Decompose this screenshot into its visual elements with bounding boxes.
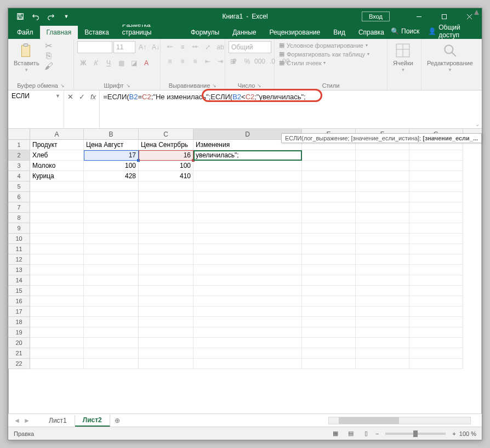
zoom-level[interactable]: 100 % [459,430,476,437]
cell[interactable] [139,244,193,254]
cell[interactable] [356,223,409,234]
cell[interactable] [409,234,463,244]
cell[interactable] [356,161,409,171]
row-header[interactable]: 3 [8,161,30,171]
cell[interactable] [84,296,139,307]
cell[interactable] [139,182,193,192]
cell[interactable] [193,244,302,254]
percent-button[interactable]: % [241,55,253,67]
shrink-font-button[interactable]: A↓ [150,41,162,53]
cell[interactable] [84,192,139,202]
cell[interactable] [409,171,463,182]
paste-button[interactable]: Вставить ▼ [12,41,42,73]
cell[interactable] [302,338,356,348]
cell[interactable] [302,359,356,369]
italic-button[interactable]: К [90,57,102,69]
tab-data[interactable]: Данные [226,26,263,39]
row-header[interactable]: 22 [8,359,30,369]
cell[interactable] [193,348,302,359]
cell[interactable] [356,286,409,296]
cell[interactable] [84,244,139,254]
cell[interactable] [302,213,356,223]
worksheet[interactable]: A B C D E F G 1 Продукт Цена Август Цена… [8,129,482,413]
cell[interactable]: Продукт [30,140,84,150]
cell[interactable] [30,192,84,202]
cells-button[interactable]: Ячейки ▼ [391,41,415,73]
sheet-nav-next[interactable]: ► [24,417,30,424]
cell[interactable] [30,307,84,317]
row-header[interactable]: 1 [8,140,30,150]
cell[interactable] [193,265,302,275]
sheet-tab[interactable]: Лист1 [41,415,75,426]
cell[interactable] [30,359,84,369]
cell[interactable] [193,317,302,327]
align-center-button[interactable]: ≡ [176,55,189,67]
cell[interactable] [302,317,356,327]
cell[interactable] [193,359,302,369]
cell[interactable]: Курица [30,171,84,182]
cell[interactable] [356,171,409,182]
page-break-view-button[interactable]: ▯ [360,429,372,439]
tab-insert[interactable]: Вставка [78,26,116,39]
cell[interactable]: увеличилась"; [193,150,302,161]
cell[interactable]: Цена Август [84,140,139,150]
normal-view-button[interactable]: ▦ [329,429,341,439]
cell[interactable] [139,265,193,275]
cell[interactable] [139,192,193,202]
cell[interactable] [84,317,139,327]
cell[interactable] [193,275,302,286]
cell[interactable] [193,307,302,317]
cell[interactable] [356,348,409,359]
maximize-button[interactable] [431,8,457,25]
cell[interactable] [302,244,356,254]
cell[interactable] [302,327,356,338]
zoom-out-button[interactable]: − [375,430,379,437]
row-header[interactable]: 6 [8,192,30,202]
align-bottom-button[interactable]: ⬵ [189,41,201,53]
cell[interactable] [356,265,409,275]
tab-formulas[interactable]: Формулы [184,26,226,39]
cell[interactable] [30,223,84,234]
cell[interactable] [356,202,409,213]
cell[interactable]: Хлеб [30,150,84,161]
copy-button[interactable]: ⎘ [44,52,54,60]
cell[interactable] [356,150,409,161]
cell[interactable] [193,254,302,265]
cell[interactable] [356,244,409,254]
cell[interactable] [356,254,409,265]
grow-font-button[interactable]: A↑ [136,41,149,53]
cell[interactable] [302,192,356,202]
select-all-corner[interactable] [8,129,30,139]
minimize-button[interactable] [406,8,431,25]
cell[interactable] [193,223,302,234]
row-header[interactable]: 8 [8,213,30,223]
cell[interactable]: 100 [139,161,193,171]
zoom-slider[interactable] [385,433,446,435]
cell[interactable] [84,234,139,244]
cell[interactable] [302,202,356,213]
cell[interactable] [356,213,409,223]
row-header[interactable]: 13 [8,265,30,275]
cell[interactable] [302,265,356,275]
row-header[interactable]: 21 [8,348,30,359]
format-as-table-button[interactable]: ▦Форматировать как таблицу▾ [278,50,371,58]
cell[interactable] [84,307,139,317]
row-header[interactable]: 15 [8,286,30,296]
cell[interactable] [84,327,139,338]
cell[interactable] [84,359,139,369]
launcher-icon[interactable]: ↘ [257,83,261,88]
cell[interactable] [30,213,84,223]
cell[interactable] [139,254,193,265]
cell[interactable] [30,265,84,275]
cell[interactable] [139,234,193,244]
cell[interactable] [30,348,84,359]
cell[interactable] [193,192,302,202]
row-header[interactable]: 19 [8,327,30,338]
fx-button[interactable]: fx [90,92,96,101]
row-header[interactable]: 10 [8,234,30,244]
cell[interactable] [139,296,193,307]
cell[interactable] [409,275,463,286]
cell[interactable] [30,338,84,348]
enter-formula-button[interactable]: ✓ [79,92,85,101]
cell[interactable] [139,275,193,286]
